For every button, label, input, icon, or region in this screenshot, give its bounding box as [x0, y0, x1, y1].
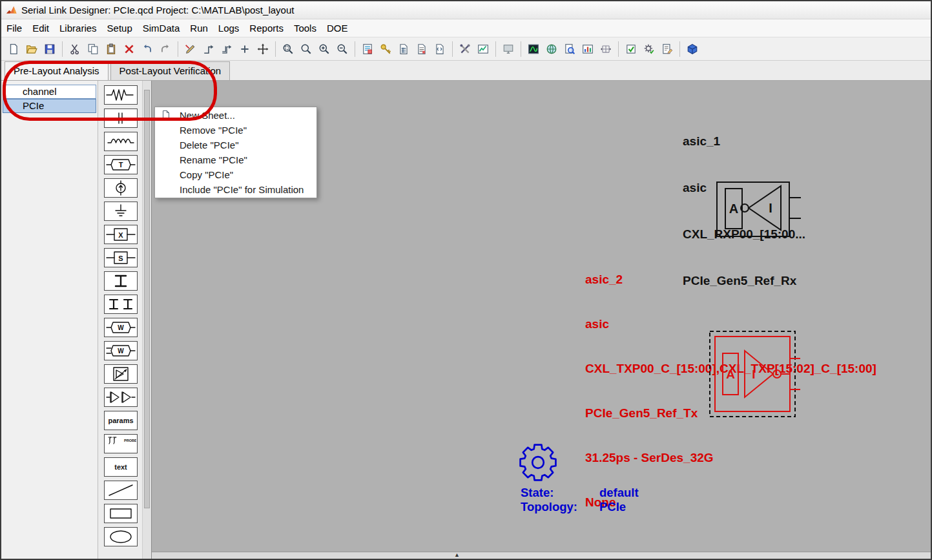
context-item-remove[interactable]: Remove "PCIe" [155, 123, 316, 138]
open-project-button[interactable] [23, 40, 41, 58]
sheet-item-channel[interactable]: channel [3, 85, 96, 99]
wizard-key-button[interactable] [377, 40, 395, 58]
new-sheet-button[interactable] [5, 40, 23, 58]
move-tool-button[interactable] [254, 40, 272, 58]
delete-icon [123, 43, 135, 55]
sheet-settings-button[interactable] [358, 40, 377, 58]
palette-text-button[interactable]: text [104, 457, 138, 477]
redo-icon [160, 43, 171, 55]
undo-button[interactable] [138, 40, 156, 58]
copy-button[interactable] [84, 40, 102, 58]
palette-ground-button[interactable] [104, 202, 138, 221]
scroll-up-arrow-icon[interactable]: ▲ [454, 552, 460, 559]
palette-capacitor-button[interactable] [104, 109, 138, 128]
app-window: Serial Link Designer: PCIe.qcd Project: … [0, 0, 932, 560]
context-item-copy[interactable]: Copy "PCIe" [155, 167, 316, 182]
toolbar-separator [618, 41, 619, 57]
topology-value: PCIe [599, 500, 626, 514]
delete-button[interactable] [120, 40, 138, 58]
menu-logs[interactable]: Logs [213, 20, 245, 36]
doc-log-button[interactable] [431, 40, 449, 58]
line-tool-icon [105, 482, 136, 499]
menu-reports[interactable]: Reports [244, 20, 289, 36]
zoom-fit-icon [300, 43, 312, 55]
context-item-include-simulation[interactable]: Include "PCIe" for Simulation [155, 182, 316, 197]
palette-w-element-coupled-button[interactable]: W [104, 341, 138, 360]
palette-scrollbar-thumb[interactable] [144, 90, 150, 508]
zoom-fit-button[interactable] [297, 40, 315, 58]
draw-tool-button[interactable] [181, 40, 200, 58]
palette-s-block-button[interactable]: S [104, 248, 138, 267]
zoom-area-button[interactable] [279, 40, 297, 58]
gear-task-button[interactable] [640, 40, 658, 58]
view-results-button[interactable] [474, 40, 492, 58]
palette-diff-buffer-button[interactable] [104, 388, 138, 407]
asic2-tx-symbol-selected[interactable]: A I [709, 330, 803, 422]
svg-text:A: A [729, 202, 738, 216]
doc-report-button[interactable] [413, 40, 431, 58]
context-item-new-sheet[interactable]: New Sheet... [155, 108, 316, 123]
paste-button[interactable] [102, 40, 120, 58]
toolbar-separator [62, 41, 63, 57]
constraint-mesh-button[interactable] [597, 40, 615, 58]
waveform-icon [528, 43, 539, 55]
inspect-doc-button[interactable] [561, 40, 579, 58]
palette-line-button[interactable] [104, 481, 138, 500]
toolbar-separator [275, 41, 276, 57]
palette-inductor-button[interactable] [104, 132, 138, 151]
state-gear-icon[interactable] [519, 444, 557, 481]
display-monitor-button[interactable] [499, 40, 517, 58]
zoom-out-button[interactable] [333, 40, 351, 58]
waveform-viewer-button[interactable] [524, 40, 543, 58]
zoom-in-button[interactable] [315, 40, 333, 58]
menu-libraries[interactable]: Libraries [54, 20, 102, 36]
tab-post-layout-verification[interactable]: Post-Layout Verification [110, 61, 231, 80]
doc-spreadsheet-button[interactable] [395, 40, 413, 58]
svg-text:PROBES: PROBES [124, 439, 136, 442]
new-sheet-small-icon [161, 110, 171, 120]
tab-pre-layout-analysis[interactable]: Pre-Layout Analysis [5, 61, 109, 80]
menu-file[interactable]: File [1, 20, 27, 36]
palette-t-element-button[interactable]: T [104, 155, 138, 174]
undo-icon [141, 43, 153, 55]
edit-report-button[interactable] [658, 40, 676, 58]
validate-sheet-button[interactable] [622, 40, 640, 58]
chart-report-button[interactable] [579, 40, 597, 58]
menu-simdata[interactable]: SimData [138, 20, 185, 36]
menu-edit[interactable]: Edit [27, 20, 54, 36]
palette-current-source-button[interactable] [104, 178, 138, 198]
menu-tools[interactable]: Tools [289, 20, 322, 36]
connect-bus-button[interactable] [218, 40, 236, 58]
palette-x-block-button[interactable]: X [104, 225, 138, 244]
menu-doe[interactable]: DOE [322, 20, 353, 36]
palette-coupled-line-button[interactable] [104, 271, 138, 291]
sheet-item-pcie[interactable]: PCIe [3, 99, 96, 113]
asic1-rx-symbol[interactable]: A I [716, 180, 802, 239]
save-button[interactable] [41, 40, 59, 58]
toolbar-separator [521, 41, 521, 57]
palette-params-button[interactable]: params [104, 411, 138, 430]
context-item-rename[interactable]: Rename "PCIe" [155, 152, 316, 167]
ground-icon [105, 203, 136, 220]
cut-button[interactable] [66, 40, 84, 58]
palette-dual-coupled-line-button[interactable] [104, 295, 138, 314]
palette-scrollbar[interactable] [142, 81, 151, 559]
menu-setup[interactable]: Setup [102, 20, 138, 36]
palette-probes-button[interactable]: PROBES [104, 434, 138, 453]
palette-w-element-button[interactable]: W [104, 318, 138, 337]
tab-bar: Pre-Layout Analysis Post-Layout Verifica… [1, 61, 931, 81]
context-item-delete[interactable]: Delete "PCIe" [155, 138, 316, 152]
palette-ellipse-button[interactable] [104, 527, 138, 546]
connect-net-button[interactable] [200, 40, 218, 58]
matlab-link-button[interactable] [683, 40, 701, 58]
canvas-horizontal-scrollbar[interactable]: ▲ [152, 552, 931, 559]
web-export-button[interactable] [543, 40, 561, 58]
palette-rectangle-button[interactable] [104, 504, 138, 523]
svg-text:text: text [114, 463, 127, 471]
run-simulation-button[interactable] [456, 40, 474, 58]
palette-resistor-button[interactable] [104, 85, 138, 105]
add-vertex-button[interactable] [236, 40, 254, 58]
menu-run[interactable]: Run [185, 20, 213, 36]
redo-button[interactable] [156, 40, 174, 58]
palette-buffer-block-button[interactable] [104, 364, 138, 384]
